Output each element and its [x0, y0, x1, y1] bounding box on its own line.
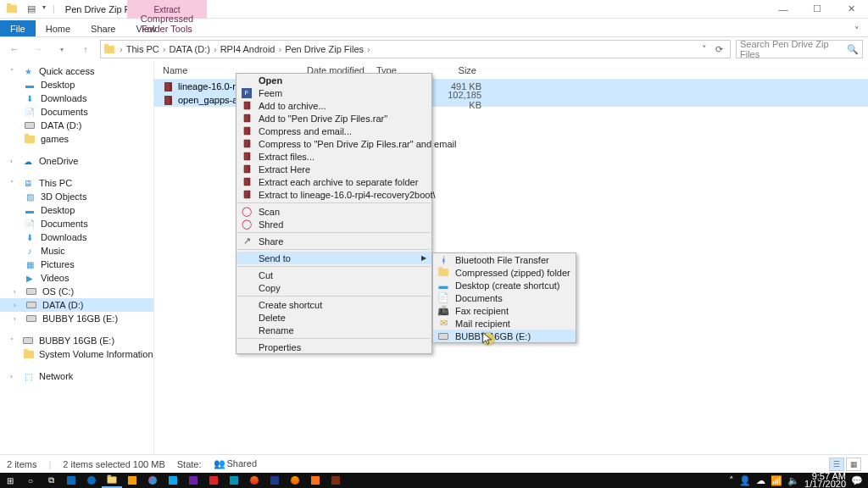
nav-network[interactable]: ›⬚Network	[0, 369, 153, 383]
tray-chevron-icon[interactable]: ˄	[729, 475, 734, 486]
ctx-compress-named-email[interactable]: Compress to "Pen Drive Zip Files.rar" an…	[236, 137, 431, 150]
nav-pc-videos[interactable]: ▶Videos	[0, 271, 153, 285]
tab-share[interactable]: Share	[81, 20, 125, 36]
col-size[interactable]: Size	[434, 65, 476, 75]
nav-bubby-drive[interactable]: ˅BUBBY 16GB (E:)	[0, 334, 153, 347]
tb-explorer[interactable]	[102, 473, 122, 488]
ctx-copy[interactable]: Copy	[236, 281, 431, 294]
nav-pc-music[interactable]: ♪Music	[0, 244, 153, 258]
qat-dropdown-icon[interactable]: ▾	[42, 3, 46, 14]
crumb-pendrive[interactable]: Pen Drive Zip Files	[285, 44, 364, 54]
tb-app9[interactable]	[326, 473, 346, 488]
view-icons-button[interactable]: ▦	[846, 458, 861, 471]
ctx-add-named[interactable]: Add to "Pen Drive Zip Files.rar"	[236, 112, 431, 125]
nav-quick-access[interactable]: ˅★Quick access	[0, 64, 153, 78]
ctx-send-to[interactable]: Send to▶	[236, 252, 431, 264]
nav-games[interactable]: games	[0, 132, 153, 146]
ctx-cut[interactable]: Cut	[236, 269, 431, 281]
taskview-button[interactable]: ⧉	[41, 473, 61, 488]
tray-volume-icon[interactable]: 🔈	[787, 475, 799, 486]
cortana-button[interactable]: ○	[20, 473, 41, 488]
nav-downloads[interactable]: ⬇Downloads	[0, 92, 153, 105]
nav-data-d[interactable]: DATA (D:)	[0, 119, 153, 132]
tab-home[interactable]: Home	[36, 20, 81, 36]
nav-documents[interactable]: 📄Documents	[0, 105, 153, 119]
nav-history-dropdown[interactable]: ▾	[53, 40, 71, 58]
crumb-thispc[interactable]: This PC	[126, 44, 159, 54]
tb-app8[interactable]	[305, 473, 326, 488]
nav-desktop[interactable]: ▬Desktop	[0, 78, 153, 92]
ctx-shred[interactable]: ◯Shred	[236, 218, 431, 230]
nav-pc-downloads[interactable]: ⬇Downloads	[0, 230, 153, 244]
ctx-scan[interactable]: ◯Scan	[236, 205, 431, 218]
view-details-button[interactable]: ☰	[829, 458, 844, 471]
chevron-right-icon[interactable]: ›	[118, 44, 125, 54]
sendto-fax[interactable]: 📠Fax recipient	[433, 304, 576, 317]
minimize-button[interactable]: —	[766, 0, 800, 19]
ctx-extract-lineage[interactable]: Extract to lineage-16.0-rpi4-recovery2bo…	[236, 188, 431, 201]
refresh-icon[interactable]: ⟳	[712, 44, 726, 55]
tb-edge[interactable]	[81, 473, 102, 488]
ctx-delete[interactable]: Delete	[236, 311, 431, 324]
tb-mail[interactable]	[61, 473, 81, 488]
tray-notifications-icon[interactable]: 💬	[851, 475, 863, 486]
ctx-properties[interactable]: Properties	[236, 341, 431, 353]
nav-forward-button[interactable]: →	[29, 40, 47, 58]
nav-onedrive[interactable]: ›☁OneDrive	[0, 154, 153, 168]
ctx-add-archive[interactable]: Add to archive...	[236, 99, 431, 112]
maximize-button[interactable]: ☐	[800, 0, 834, 19]
tb-app6[interactable]	[244, 473, 264, 488]
nav-this-pc[interactable]: ˅🖥This PC	[0, 176, 153, 190]
status-item-count: 2 items	[7, 459, 36, 469]
ribbon-collapse-icon[interactable]: ˅	[846, 25, 868, 36]
ctx-share[interactable]: ↗Share	[236, 235, 431, 247]
sendto-mail[interactable]: ✉Mail recipient	[433, 317, 576, 330]
nav-pc-desktop[interactable]: ▬Desktop	[0, 203, 153, 217]
nav-bubby-pc[interactable]: ›BUBBY 16GB (E:)	[0, 312, 153, 325]
nav-data-d-pc[interactable]: ›DATA (D:)	[0, 298, 153, 312]
tb-app5[interactable]	[224, 473, 244, 488]
nav-pc-pictures[interactable]: ▦Pictures	[0, 258, 153, 271]
sendto-documents[interactable]: 📄Documents	[433, 291, 576, 304]
nav-os-c[interactable]: ›OS (C:)	[0, 285, 153, 298]
tb-app4[interactable]	[203, 473, 224, 488]
tb-app1[interactable]	[122, 473, 142, 488]
nav-pc-documents[interactable]: 📄Documents	[0, 217, 153, 230]
start-button[interactable]: ⊞	[0, 473, 20, 488]
ctx-create-shortcut[interactable]: Create shortcut	[236, 298, 431, 311]
tb-app3[interactable]	[183, 473, 203, 488]
tb-app2[interactable]	[163, 473, 183, 488]
nav-3dobjects[interactable]: ▧3D Objects	[0, 190, 153, 203]
breadcrumb[interactable]: › This PC › DATA (D:) › RPI4 Android › P…	[100, 40, 731, 58]
history-dropdown-icon[interactable]: ˅	[698, 44, 710, 55]
nav-up-button[interactable]: ↑	[76, 40, 95, 58]
tb-app7[interactable]	[264, 473, 285, 488]
crumb-data[interactable]: DATA (D:)	[169, 44, 209, 54]
ctx-extract-separate[interactable]: Extract each archive to separate folder	[236, 175, 431, 188]
sendto-bubby[interactable]: BUBBY 16GB (E:)	[433, 330, 576, 342]
ctx-extract-files[interactable]: Extract files...	[236, 150, 431, 163]
search-input[interactable]: Search Pen Drive Zip Files 🔍	[736, 40, 863, 58]
crumb-rpi4[interactable]: RPI4 Android	[220, 44, 275, 54]
qat-props-icon[interactable]: ▤	[27, 3, 36, 14]
tab-compressed-tools[interactable]: Compressed Folder Tools	[127, 10, 207, 36]
tray-wifi-icon[interactable]: 📶	[771, 475, 782, 486]
sendto-bluetooth[interactable]: ᚼBluetooth File Transfer	[433, 253, 576, 266]
search-icon[interactable]: 🔍	[847, 44, 859, 55]
sendto-desktop[interactable]: ▬Desktop (create shortcut)	[433, 279, 576, 291]
tray-clock[interactable]: 9:57 AM1/17/2020	[804, 473, 846, 488]
nav-svi[interactable]: System Volume Information	[0, 347, 153, 361]
tab-file[interactable]: File	[0, 20, 36, 36]
nav-back-button[interactable]: ←	[5, 40, 24, 58]
close-button[interactable]: ✕	[834, 0, 868, 19]
ctx-compress-email[interactable]: Compress and email...	[236, 125, 431, 137]
sendto-zip[interactable]: Compressed (zipped) folder	[433, 266, 576, 279]
tb-chrome[interactable]	[142, 473, 163, 488]
tray-onedrive-icon[interactable]: ☁	[756, 475, 765, 486]
tray-people-icon[interactable]: 👤	[739, 475, 751, 486]
ctx-feem[interactable]: FFeem	[236, 86, 431, 99]
ctx-rename[interactable]: Rename	[236, 324, 431, 336]
ctx-open[interactable]: Open	[236, 74, 431, 86]
tb-firefox[interactable]	[285, 473, 305, 488]
ctx-extract-here[interactable]: Extract Here	[236, 163, 431, 175]
